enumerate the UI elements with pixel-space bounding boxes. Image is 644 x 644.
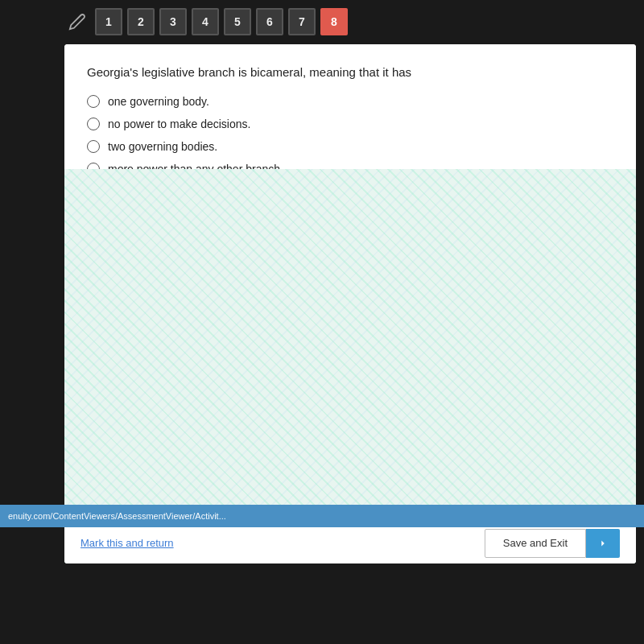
answer-option-c[interactable]: two governing bodies. xyxy=(87,140,613,153)
radio-a[interactable] xyxy=(87,95,100,108)
question-text: Georgia's legislative branch is bicamera… xyxy=(87,64,613,80)
question-num-7[interactable]: 7 xyxy=(288,8,316,35)
quiz-panel: Georgia's legislative branch is bicamera… xyxy=(64,44,636,564)
answer-option-b[interactable]: no power to make decisions. xyxy=(87,118,613,130)
question-num-5[interactable]: 5 xyxy=(224,8,251,35)
question-num-8[interactable]: 8 xyxy=(320,8,348,35)
question-num-3[interactable]: 3 xyxy=(159,8,187,35)
mark-return-link[interactable]: Mark this and return xyxy=(80,537,174,549)
bottom-buttons: Save and Exit xyxy=(485,529,620,558)
question-num-6[interactable]: 6 xyxy=(256,8,283,35)
toolbar: 1 2 3 4 5 6 7 8 xyxy=(64,8,348,35)
save-exit-button[interactable]: Save and Exit xyxy=(485,529,586,558)
answer-option-a[interactable]: one governing body. xyxy=(87,95,613,108)
question-num-4[interactable]: 4 xyxy=(192,8,219,35)
question-num-2[interactable]: 2 xyxy=(127,8,155,35)
quiz-bottom-bar: Mark this and return Save and Exit xyxy=(64,522,636,564)
quiz-panel-inner: Georgia's legislative branch is bicamera… xyxy=(64,44,636,564)
question-num-1[interactable]: 1 xyxy=(95,8,122,35)
pencil-icon xyxy=(64,9,90,35)
next-button[interactable] xyxy=(586,529,620,558)
option-text-b: no power to make decisions. xyxy=(108,118,250,130)
status-url: enuity.com/ContentViewers/AssessmentView… xyxy=(8,511,226,521)
option-text-a: one governing body. xyxy=(108,95,209,108)
status-bar: enuity.com/ContentViewers/AssessmentView… xyxy=(0,505,644,527)
option-text-c: two governing bodies. xyxy=(108,140,217,153)
radio-c[interactable] xyxy=(87,140,100,153)
radio-b[interactable] xyxy=(87,118,100,130)
